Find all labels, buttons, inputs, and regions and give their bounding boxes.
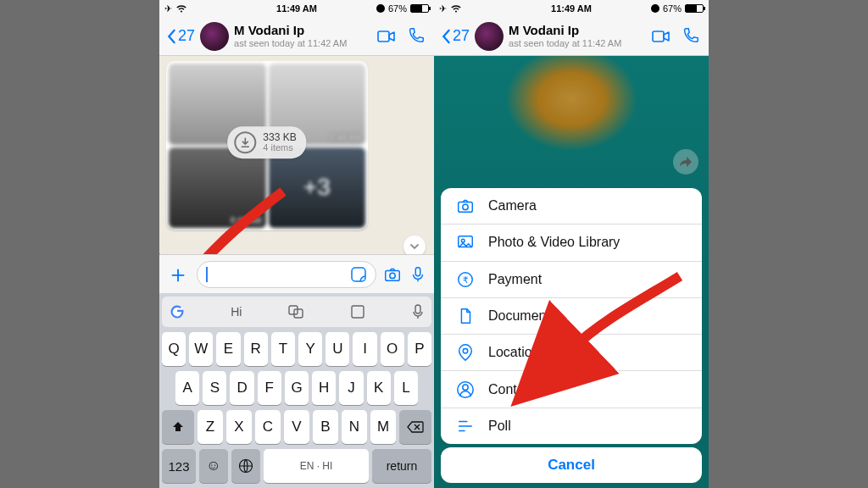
back-button[interactable]: 27 bbox=[166, 27, 195, 45]
key-n[interactable]: N bbox=[342, 410, 367, 444]
key-b[interactable]: B bbox=[313, 410, 338, 444]
key-t[interactable]: T bbox=[271, 332, 295, 366]
sheet-item-label: Location bbox=[488, 345, 540, 360]
avatar[interactable] bbox=[200, 22, 229, 51]
svg-point-19 bbox=[463, 385, 468, 390]
key-d[interactable]: D bbox=[230, 371, 253, 405]
svg-text:₹: ₹ bbox=[463, 274, 468, 284]
attachment-action-sheet: CameraPhoto & Video Library₹PaymentDocum… bbox=[441, 188, 702, 444]
key-f[interactable]: F bbox=[258, 371, 281, 405]
avatar[interactable] bbox=[475, 22, 504, 51]
key-e[interactable]: E bbox=[216, 332, 240, 366]
translate-icon[interactable] bbox=[287, 303, 304, 320]
sheet-item-location[interactable]: Location bbox=[441, 335, 702, 371]
last-seen: ast seen today at 11:42 AM bbox=[509, 38, 646, 48]
phone-screenshot-right: ✈︎ 11:49 AM 67% 27 M Vodani Ip ast seen … bbox=[434, 0, 709, 488]
media-overflow-count: +3 bbox=[269, 147, 366, 229]
svg-point-3 bbox=[390, 273, 395, 278]
sheet-item-contact[interactable]: Contact bbox=[441, 371, 702, 408]
message-input[interactable] bbox=[197, 261, 376, 288]
mic-icon[interactable] bbox=[409, 265, 427, 284]
key-k[interactable]: K bbox=[367, 371, 391, 405]
sheet-item-label: Payment bbox=[488, 272, 542, 287]
key-j[interactable]: J bbox=[339, 371, 363, 405]
payment-icon: ₹ bbox=[456, 270, 475, 289]
key-o[interactable]: O bbox=[381, 332, 404, 366]
status-bar: ✈︎ 11:49 AM 67% bbox=[434, 0, 709, 17]
attach-button[interactable]: ＋ bbox=[166, 263, 190, 286]
keyboard-row: QWERTYUIOP bbox=[162, 332, 431, 366]
media-timestamp: 8:44 AM bbox=[231, 216, 262, 225]
svg-point-18 bbox=[463, 349, 468, 354]
media-size: 333 KB bbox=[263, 132, 296, 143]
download-media-button[interactable]: 333 KB 4 items bbox=[227, 126, 306, 158]
key-y[interactable]: Y bbox=[298, 332, 322, 366]
shift-key[interactable] bbox=[162, 410, 194, 444]
keyboard-suggestion-bar: Hi bbox=[162, 297, 431, 327]
text-caret bbox=[206, 267, 208, 282]
key-i[interactable]: I bbox=[353, 332, 376, 366]
numbers-key[interactable]: 123 bbox=[162, 449, 196, 483]
scroll-to-bottom-button[interactable] bbox=[403, 236, 426, 254]
key-r[interactable]: R bbox=[244, 332, 268, 366]
keyboard-row: 123 ☺ EN · HI return bbox=[162, 449, 431, 483]
media-thumb[interactable]: 8:44 AM bbox=[169, 147, 266, 229]
video-call-icon[interactable] bbox=[376, 26, 397, 47]
back-count: 27 bbox=[178, 27, 195, 45]
sheet-item-document[interactable]: Document bbox=[441, 298, 702, 335]
google-icon[interactable] bbox=[169, 303, 186, 320]
voice-call-icon[interactable] bbox=[682, 26, 702, 47]
svg-rect-11 bbox=[653, 31, 664, 42]
video-call-icon[interactable] bbox=[651, 26, 671, 47]
phone-screenshot-left: ✈︎ 11:49 AM 67% 27 M Vodani Ip ast seen … bbox=[159, 0, 434, 488]
key-u[interactable]: U bbox=[326, 332, 349, 366]
key-h[interactable]: H bbox=[312, 371, 336, 405]
contact-name-block[interactable]: M Vodani Ip ast seen today at 11:42 AM bbox=[234, 24, 371, 48]
key-w[interactable]: W bbox=[189, 332, 213, 366]
status-time: 11:49 AM bbox=[434, 3, 709, 14]
svg-point-15 bbox=[461, 240, 465, 243]
contact-name-block[interactable]: M Vodani Ip ast seen today at 11:42 AM bbox=[509, 24, 646, 48]
emoji-key[interactable]: ☺ bbox=[199, 449, 228, 483]
key-g[interactable]: G bbox=[285, 371, 309, 405]
sheet-item-label: Document bbox=[488, 308, 550, 324]
sheet-item-label: Contact bbox=[488, 382, 535, 397]
key-x[interactable]: X bbox=[226, 410, 252, 444]
poll-icon bbox=[456, 417, 475, 435]
media-thumb-more[interactable]: +3 bbox=[269, 147, 366, 229]
media-timestamp: 8:44 AM bbox=[330, 133, 361, 142]
key-z[interactable]: Z bbox=[198, 410, 223, 444]
cancel-button[interactable]: Cancel bbox=[441, 447, 702, 483]
sticker-suggestion-icon[interactable] bbox=[349, 303, 366, 320]
media-message[interactable]: 8:44 AM 8:44 AM +3 333 KB 4 items bbox=[166, 61, 368, 230]
document-icon bbox=[456, 307, 475, 325]
camera-icon[interactable] bbox=[383, 265, 402, 284]
globe-key[interactable] bbox=[231, 449, 260, 483]
return-key[interactable]: return bbox=[372, 449, 431, 483]
chat-header: 27 M Vodani Ip ast seen today at 11:42 A… bbox=[434, 17, 709, 56]
key-l[interactable]: L bbox=[394, 371, 418, 405]
sticker-icon[interactable] bbox=[350, 266, 367, 283]
backspace-key[interactable] bbox=[399, 410, 431, 444]
key-p[interactable]: P bbox=[408, 332, 431, 366]
sheet-item-label: Poll bbox=[488, 419, 511, 434]
space-key[interactable]: EN · HI bbox=[264, 449, 369, 483]
sheet-item-payment[interactable]: ₹Payment bbox=[441, 262, 702, 298]
chat-area: CameraPhoto & Video Library₹PaymentDocum… bbox=[434, 56, 709, 488]
key-q[interactable]: Q bbox=[162, 332, 186, 366]
download-icon bbox=[234, 131, 256, 153]
key-a[interactable]: A bbox=[175, 371, 199, 405]
sheet-item-poll[interactable]: Poll bbox=[441, 408, 702, 444]
status-time: 11:49 AM bbox=[159, 3, 434, 14]
voice-typing-icon[interactable] bbox=[411, 303, 425, 320]
sheet-item-camera[interactable]: Camera bbox=[441, 188, 702, 225]
keyboard-suggestion[interactable]: Hi bbox=[231, 305, 242, 319]
back-button[interactable]: 27 bbox=[441, 27, 470, 45]
voice-call-icon[interactable] bbox=[407, 26, 427, 47]
sheet-item-photo[interactable]: Photo & Video Library bbox=[441, 225, 702, 261]
key-v[interactable]: V bbox=[284, 410, 309, 444]
key-s[interactable]: S bbox=[203, 371, 226, 405]
chat-area[interactable]: 8:44 AM 8:44 AM +3 333 KB 4 items bbox=[159, 56, 434, 254]
key-m[interactable]: M bbox=[370, 410, 396, 444]
key-c[interactable]: C bbox=[255, 410, 281, 444]
